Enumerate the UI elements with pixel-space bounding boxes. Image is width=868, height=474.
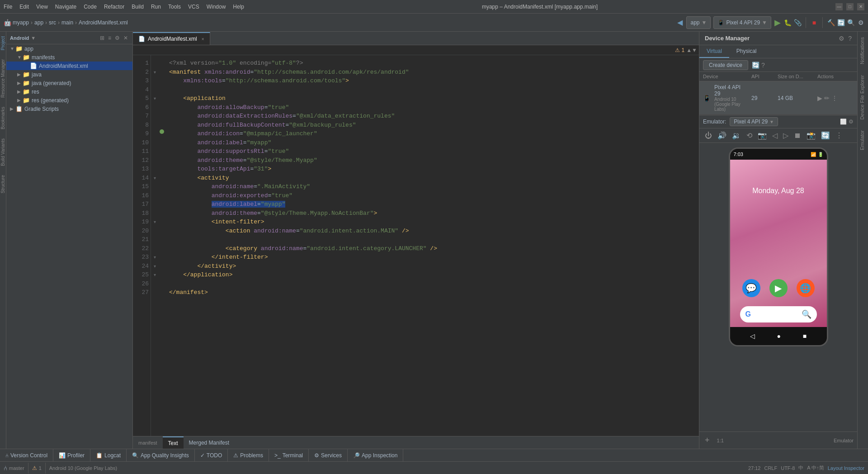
nav-recents-btn[interactable]: ■ (803, 332, 807, 340)
device-file-explorer-side-tab[interactable]: Device File Explorer (858, 70, 868, 125)
panel-action-settings[interactable]: ⚙ (114, 35, 121, 41)
menu-refactor[interactable]: Refactor (104, 4, 124, 10)
fold-5[interactable]: ▾ (151, 94, 158, 103)
emulator-device-selector[interactable]: Pixel 4 API 29 ▼ (730, 117, 778, 126)
nav-back-icon[interactable]: ◀ (676, 19, 684, 26)
menu-help[interactable]: Help (233, 4, 244, 10)
tab-close-icon[interactable]: × (202, 37, 204, 42)
menu-navigate[interactable]: Navigate (55, 4, 76, 10)
more-emulator-btn[interactable]: ⋮ (834, 130, 844, 141)
nav-back-btn[interactable]: ◁ (750, 332, 755, 340)
refresh-emulator-btn[interactable]: 🔄 (819, 130, 832, 141)
fold-24[interactable]: ▾ (151, 262, 158, 271)
vol-down-btn[interactable]: 🔉 (730, 130, 743, 141)
tree-item-app[interactable]: ▼ 📁 app (6, 44, 132, 53)
tree-item-gradle[interactable]: ▶ 📋 Gradle Scripts (6, 104, 132, 113)
tab-services[interactable]: ⚙ Services (309, 449, 348, 461)
emulator-settings-btn[interactable]: ⚙ (849, 118, 854, 125)
sync-icon[interactable]: 🔄 (837, 19, 844, 26)
menu-tools[interactable]: Tools (168, 4, 181, 10)
warning-up-icon[interactable]: ▲ (686, 47, 692, 53)
tab-version-control[interactable]: ⑃ Version Control (0, 449, 53, 461)
notifications-side-tab[interactable]: Notifications (858, 32, 868, 70)
create-device-button[interactable]: Create device (703, 60, 748, 70)
menu-run[interactable]: Run (151, 4, 161, 10)
messages-app-icon[interactable]: 💬 (742, 279, 760, 297)
layout-inspector-btn[interactable]: Layout Inspector (828, 465, 864, 471)
rotate-btn[interactable]: ⟲ (745, 130, 754, 141)
panel-action-expand[interactable]: ≡ (107, 35, 112, 41)
attach-debugger-button[interactable]: 📎 (794, 19, 801, 26)
menu-build[interactable]: Build (132, 4, 144, 10)
minimize-button[interactable]: — (835, 3, 843, 10)
close-button[interactable]: ✕ (857, 3, 864, 10)
panel-action-external[interactable]: ⊞ (99, 35, 105, 41)
tree-item-java[interactable]: ▶ 📁 java (6, 70, 132, 79)
play-app-icon[interactable]: ▶ (769, 279, 788, 297)
device-edit-btn[interactable]: ✏ (824, 95, 830, 102)
fold-25[interactable]: ▾ (151, 270, 158, 280)
menu-vcs[interactable]: VCS (188, 4, 199, 10)
menu-view[interactable]: View (36, 4, 48, 10)
emulator-side-tab[interactable]: Emulator (834, 438, 854, 443)
tab-problems[interactable]: ⚠ Problems (228, 449, 269, 461)
emulator-side-tab-right[interactable]: Emulator (858, 125, 868, 156)
nav-home-btn[interactable]: ● (777, 332, 781, 340)
fold-14[interactable]: ▾ (151, 174, 158, 183)
device-more-btn[interactable]: ⋮ (831, 95, 838, 102)
back-btn[interactable]: ◁ (770, 130, 779, 141)
dm-tab-physical[interactable]: Physical (729, 45, 764, 58)
menu-edit[interactable]: Edit (19, 4, 29, 10)
project-side-tab[interactable]: Project (0, 32, 6, 55)
snapshot-btn[interactable]: 📷 (756, 130, 769, 141)
tree-item-java-gen[interactable]: ▶ 📁 java (generated) (6, 79, 132, 87)
menu-file[interactable]: File (4, 4, 12, 10)
camera-btn[interactable]: 📸 (805, 130, 817, 141)
device-selector[interactable]: 📱 Pixel 4 API 29 ▼ (713, 16, 771, 29)
menu-code[interactable]: Code (84, 4, 97, 10)
fold-23[interactable]: ▾ (151, 253, 158, 262)
fold-19[interactable]: ▾ (151, 218, 158, 227)
tree-item-manifests[interactable]: ▼ 📁 manifests (6, 53, 132, 62)
search-icon[interactable]: 🔍 (847, 19, 854, 26)
bookmarks-side-tab[interactable]: Bookmarks (0, 102, 6, 134)
panel-action-close[interactable]: ✕ (123, 35, 129, 41)
maximize-button[interactable]: □ (846, 3, 854, 10)
dm-refresh-btn[interactable]: 🔄 (752, 62, 760, 69)
build-icon[interactable]: 🔨 (827, 19, 835, 26)
stop-emulator-btn[interactable]: ⏹ (792, 131, 803, 141)
settings-icon[interactable]: ⚙ (857, 19, 864, 26)
tab-profiler[interactable]: 📊 Profiler (53, 449, 90, 461)
emulator-maximize-btn[interactable]: ⬜ (840, 118, 847, 125)
editor-tab-manifest[interactable]: 📄 AndroidManifest.xml × (133, 32, 210, 45)
chrome-app-icon[interactable]: 🌐 (797, 279, 815, 297)
menu-window[interactable]: Window (207, 4, 226, 10)
phone-search-bar[interactable]: G 🔍 (740, 306, 817, 322)
device-run-btn[interactable]: ▶ (817, 95, 822, 102)
code-content[interactable]: <?xml version="1.0" encoding="utf-8"?> <… (165, 55, 699, 436)
stop-button[interactable]: ■ (811, 19, 818, 26)
tab-app-quality[interactable]: 🔍 App Quality Insights (127, 449, 195, 461)
dm-settings-btn[interactable]: ⚙ (839, 35, 844, 42)
warning-down-icon[interactable]: ▼ (692, 47, 697, 53)
zoom-plus-btn[interactable]: + (703, 434, 712, 447)
tab-todo[interactable]: ✓ TODO (195, 449, 228, 461)
resource-side-tab[interactable]: Resource Manager (0, 55, 6, 102)
panel-dropdown[interactable]: ▼ (31, 35, 36, 41)
play-btn[interactable]: ▷ (781, 130, 790, 141)
tree-item-res[interactable]: ▶ 📁 res (6, 87, 132, 96)
tab-app-inspection[interactable]: 🔎 App Inspection (348, 449, 403, 461)
structure-side-tab[interactable]: Structure (0, 171, 6, 198)
dm-help2-btn[interactable]: ? (761, 62, 765, 69)
fold-2[interactable]: ▾ (151, 68, 158, 77)
dm-help-btn[interactable]: ? (848, 35, 852, 42)
app-selector[interactable]: app ▼ (686, 16, 711, 29)
dm-tab-virtual[interactable]: Virtual (699, 45, 729, 58)
tab-merged-manifest[interactable]: Merged Manifest (184, 436, 235, 449)
tree-item-manifest-xml[interactable]: 📄 AndroidManifest.xml (6, 62, 132, 70)
power-btn[interactable]: ⏻ (703, 131, 714, 141)
build-variants-side-tab[interactable]: Build Variants (0, 134, 6, 171)
tab-logcat[interactable]: 📋 Logcat (90, 449, 127, 461)
tab-text[interactable]: Text (163, 436, 184, 449)
vol-up-btn[interactable]: 🔊 (716, 130, 728, 141)
